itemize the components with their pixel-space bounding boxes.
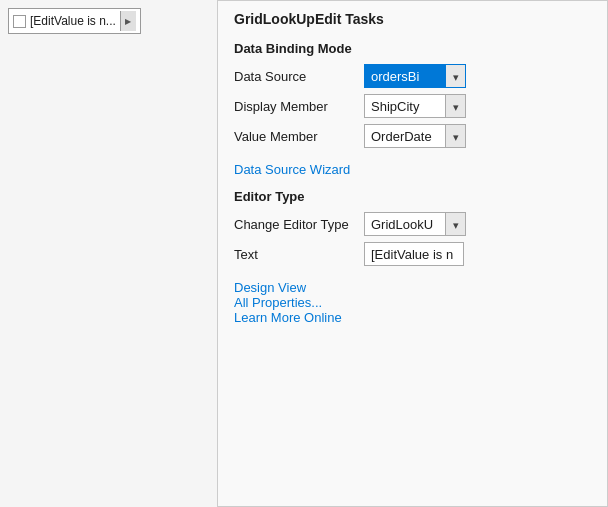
- tasks-panel: GridLookUpEdit Tasks Data Binding Mode D…: [218, 0, 608, 507]
- data-source-row: Data Source ordersBi: [234, 64, 591, 88]
- designer-panel: [EditValue is n...: [0, 0, 218, 507]
- value-member-arrow-btn[interactable]: [445, 125, 465, 147]
- value-member-row: Value Member OrderDate: [234, 124, 591, 148]
- learn-more-link[interactable]: Learn More Online: [234, 310, 342, 325]
- text-label: Text: [234, 247, 364, 262]
- data-source-dropdown[interactable]: ordersBi: [364, 64, 466, 88]
- data-source-wizard-link[interactable]: Data Source Wizard: [234, 162, 350, 177]
- panel-title: GridLookUpEdit Tasks: [234, 11, 591, 27]
- text-field-text: [EditValue is n: [365, 247, 459, 262]
- change-editor-text: GridLookU: [365, 213, 445, 235]
- change-editor-arrow-btn[interactable]: [445, 213, 465, 235]
- links-section: Design View All Properties... Learn More…: [234, 280, 591, 325]
- value-member-arrow-icon: [453, 129, 459, 144]
- display-member-value: ShipCity: [364, 94, 466, 118]
- design-view-link[interactable]: Design View: [234, 280, 306, 295]
- data-source-dropdown-text: ordersBi: [365, 65, 445, 87]
- data-source-dropdown-arrow[interactable]: [445, 65, 465, 87]
- change-editor-dropdown[interactable]: GridLookU: [364, 212, 466, 236]
- control-arrow[interactable]: [120, 11, 136, 31]
- main-container: [EditValue is n... GridLookUpEdit Tasks …: [0, 0, 608, 507]
- text-field[interactable]: [EditValue is n: [364, 242, 464, 266]
- value-member-dropdown[interactable]: OrderDate: [364, 124, 466, 148]
- display-member-label: Display Member: [234, 99, 364, 114]
- data-source-label: Data Source: [234, 69, 364, 84]
- section-data-binding: Data Binding Mode: [234, 41, 591, 56]
- change-editor-type-row: Change Editor Type GridLookU: [234, 212, 591, 236]
- display-member-text: ShipCity: [365, 95, 445, 117]
- control-checkbox[interactable]: [13, 15, 26, 28]
- data-source-value: ordersBi: [364, 64, 466, 88]
- display-member-row: Display Member ShipCity: [234, 94, 591, 118]
- change-editor-label: Change Editor Type: [234, 217, 364, 232]
- wizard-divider: Data Source Wizard: [234, 162, 591, 177]
- change-editor-value: GridLookU: [364, 212, 466, 236]
- dropdown-arrow-icon: [453, 69, 459, 84]
- value-member-label: Value Member: [234, 129, 364, 144]
- design-view-row: Design View: [234, 280, 591, 295]
- text-row: Text [EditValue is n: [234, 242, 591, 266]
- display-member-arrow-icon: [453, 99, 459, 114]
- control-widget[interactable]: [EditValue is n...: [8, 8, 141, 34]
- change-editor-arrow-icon: [453, 217, 459, 232]
- value-member-value: OrderDate: [364, 124, 466, 148]
- display-member-dropdown[interactable]: ShipCity: [364, 94, 466, 118]
- control-text: [EditValue is n...: [30, 14, 116, 28]
- text-value: [EditValue is n: [364, 242, 464, 266]
- section-editor-type: Editor Type: [234, 189, 591, 204]
- value-member-text: OrderDate: [365, 125, 445, 147]
- all-properties-row: All Properties...: [234, 295, 591, 310]
- display-member-arrow-btn[interactable]: [445, 95, 465, 117]
- learn-more-row: Learn More Online: [234, 310, 591, 325]
- all-properties-link[interactable]: All Properties...: [234, 295, 322, 310]
